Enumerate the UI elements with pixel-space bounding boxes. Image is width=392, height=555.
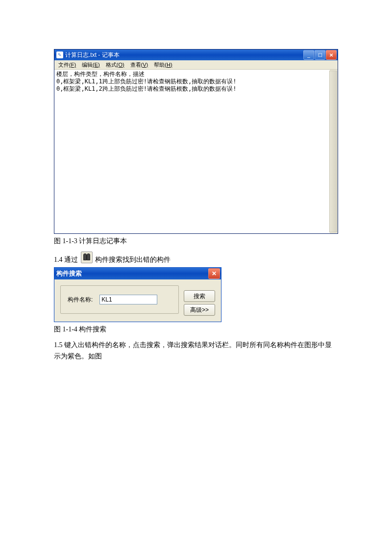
binoculars-icon <box>81 252 93 263</box>
search-dialog-titlebar: 构件搜索 ✕ <box>54 268 221 279</box>
paragraph-1-4: 1.4 通过 构件搜索找到出错的构件 <box>54 252 338 265</box>
figure-caption-1-1-4: 图 1-1-4 构件搜索 <box>54 325 338 334</box>
figure-caption-1-1-3: 图 1-1-3 计算日志记事本 <box>54 237 338 246</box>
notepad-titlebar: ✎ 计算日志.txt - 记事本 _ ☐ ✕ <box>54 50 338 60</box>
component-search-dialog: 构件搜索 ✕ 构件名称: 搜索 高级>> <box>54 267 221 322</box>
notepad-title: 计算日志.txt - 记事本 <box>65 51 303 59</box>
search-button[interactable]: 搜索 <box>184 290 215 302</box>
log-line: 0,框架梁,KL1,2跨上部负筋过密!请检查钢筋根数,抽取的数据有误! <box>56 85 236 92</box>
menu-edit[interactable]: 编辑(E) <box>79 61 103 69</box>
notepad-menubar: 文件(F) 编辑(E) 格式(O) 查看(V) 帮助(H) <box>54 60 338 70</box>
window-control-buttons: _ ☐ ✕ <box>303 50 337 60</box>
search-fieldset: 构件名称: <box>60 285 179 314</box>
log-line: 0,框架梁,KL1,1跨上部负筋过密!请检查钢筋根数,抽取的数据有误! <box>56 78 236 85</box>
notepad-text-area[interactable]: 楼层，构件类型，构件名称，描述 0,框架梁,KL1,1跨上部负筋过密!请检查钢筋… <box>54 70 338 233</box>
close-button[interactable]: ✕ <box>326 50 337 60</box>
search-dialog-title: 构件搜索 <box>56 269 208 278</box>
component-name-input[interactable] <box>99 295 157 304</box>
minimize-button[interactable]: _ <box>303 50 314 60</box>
search-dialog-body: 构件名称: 搜索 高级>> <box>54 279 221 322</box>
notepad-icon: ✎ <box>56 51 63 58</box>
advanced-button[interactable]: 高级>> <box>184 304 215 316</box>
para-1-4-text-after: 构件搜索找到出错的构件 <box>95 256 171 263</box>
paragraph-1-5: 1.5 键入出错构件的名称，点击搜索，弹出搜索结果对话栏。同时所有同名称构件在图… <box>54 340 338 362</box>
component-name-label: 构件名称: <box>68 296 93 304</box>
log-line: 楼层，构件类型，构件名称，描述 <box>56 71 145 77</box>
menu-help[interactable]: 帮助(H) <box>151 61 175 69</box>
menu-format[interactable]: 格式(O) <box>103 61 127 69</box>
para-1-4-text-before: 1.4 通过 <box>54 256 80 263</box>
vertical-scrollbar[interactable] <box>329 71 337 232</box>
maximize-button[interactable]: ☐ <box>315 50 325 60</box>
menu-file[interactable]: 文件(F) <box>55 61 79 69</box>
search-dialog-close-button[interactable]: ✕ <box>208 268 220 279</box>
search-dialog-buttons: 搜索 高级>> <box>184 285 215 316</box>
notepad-window: ✎ 计算日志.txt - 记事本 _ ☐ ✕ 文件(F) 编辑(E) 格式(O)… <box>54 49 338 234</box>
menu-view[interactable]: 查看(V) <box>127 61 151 69</box>
